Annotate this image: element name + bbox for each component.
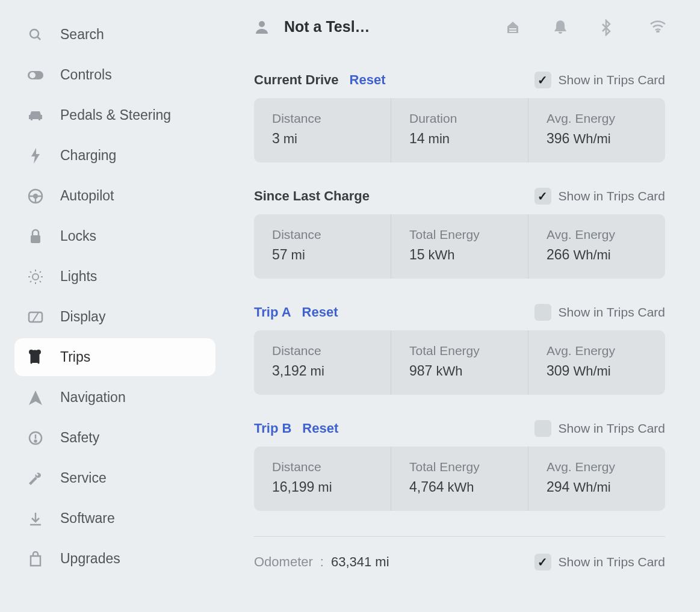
checkbox-icon[interactable] <box>534 72 551 88</box>
sidebar-item-service[interactable]: Service <box>14 459 215 497</box>
metric-value: 266 <box>547 247 569 263</box>
metric-value: 15 <box>409 247 425 263</box>
metric-total-energy: Total Energy 15 kWh <box>391 214 528 279</box>
metric-unit: Wh/mi <box>573 131 610 147</box>
sidebar-item-label: Display <box>60 309 105 325</box>
svg-line-15 <box>30 271 31 273</box>
svg-point-21 <box>37 350 40 353</box>
checkbox-icon[interactable] <box>534 304 551 321</box>
bolt-icon <box>28 148 43 164</box>
metric-label: Total Energy <box>409 344 510 358</box>
checkbox-icon[interactable] <box>534 554 551 570</box>
metric-value: 16,199 <box>272 479 314 495</box>
section-title: Since Last Charge <box>254 188 370 204</box>
lock-icon <box>28 229 43 244</box>
metric-unit: Wh/mi <box>573 247 610 263</box>
section-header: Trip A Reset Show in Trips Card <box>254 304 665 321</box>
reset-button[interactable]: Reset <box>350 72 386 88</box>
metric-label: Avg. Energy <box>547 227 647 242</box>
show-in-trips-toggle[interactable]: Show in Trips Card <box>534 420 665 437</box>
svg-rect-28 <box>509 28 516 29</box>
show-in-trips-toggle[interactable]: Show in Trips Card <box>534 554 665 570</box>
user-name: Not a Tesl… <box>284 18 370 36</box>
sidebar-item-label: Service <box>60 470 107 486</box>
bluetooth-icon[interactable] <box>601 19 617 35</box>
topbar-icons <box>505 19 665 35</box>
metric-value: 4,764 <box>409 479 444 495</box>
section-title[interactable]: Trip A <box>254 304 291 320</box>
metric-distance: Distance 3,192 mi <box>254 330 391 395</box>
sidebar-item-label: Trips <box>60 349 90 365</box>
metric-unit: kWh <box>429 247 455 263</box>
show-in-trips-toggle[interactable]: Show in Trips Card <box>534 188 665 205</box>
sidebar-item-lights[interactable]: Lights <box>14 258 215 295</box>
svg-point-30 <box>657 31 659 32</box>
metric-value: 57 <box>272 247 288 263</box>
sidebar-item-label: Lights <box>60 268 97 285</box>
sidebar-item-label: Charging <box>60 147 116 164</box>
sidebar-item-label: Controls <box>60 67 112 83</box>
show-in-trips-toggle[interactable]: Show in Trips Card <box>534 304 665 321</box>
section-title: Current Drive <box>254 72 339 88</box>
odometer-label: Odometer <box>254 554 313 570</box>
sidebar-item-pedals-steering[interactable]: Pedals & Steering <box>14 96 215 134</box>
topbar-user[interactable]: Not a Tesl… <box>254 18 370 36</box>
metric-unit: mi <box>283 131 297 147</box>
sidebar-item-locks[interactable]: Locks <box>14 217 215 255</box>
topbar: Not a Tesl… <box>254 18 665 36</box>
section-header: Current Drive Reset Show in Trips Card <box>254 72 665 88</box>
wifi-icon[interactable] <box>649 19 665 35</box>
metric-value: 3 <box>272 131 280 147</box>
metric-label: Distance <box>272 111 373 126</box>
metric-avg-energy: Avg. Energy 396 Wh/mi <box>528 98 665 162</box>
wrench-icon <box>28 471 43 486</box>
metric-avg-energy: Avg. Energy 266 Wh/mi <box>528 214 665 279</box>
reset-button[interactable]: Reset <box>302 304 338 320</box>
section-title[interactable]: Trip B <box>254 421 291 436</box>
metric-unit: mi <box>291 247 305 263</box>
display-icon <box>28 309 43 325</box>
metric-total-energy: Total Energy 987 kWh <box>391 330 528 395</box>
metric-label: Duration <box>409 111 510 126</box>
svg-line-1 <box>37 37 40 40</box>
metrics-card: Distance 3 mi Duration 14 min Avg. Energ… <box>254 98 665 162</box>
sidebar-item-autopilot[interactable]: Autopilot <box>14 177 215 215</box>
sidebar: Search Controls Pedals & Steering Chargi… <box>0 0 223 612</box>
metric-avg-energy: Avg. Energy 294 Wh/mi <box>528 447 665 511</box>
sidebar-item-charging[interactable]: Charging <box>14 137 215 175</box>
sidebar-item-label: Locks <box>60 228 96 244</box>
odometer-value: 63,341 mi <box>331 554 389 570</box>
sidebar-item-trips[interactable]: Trips <box>14 338 215 376</box>
sidebar-item-software[interactable]: Software <box>14 499 215 537</box>
sidebar-item-safety[interactable]: Safety <box>14 419 215 457</box>
metric-value: 396 <box>547 131 569 147</box>
sidebar-item-label: Navigation <box>60 389 126 406</box>
metrics-card: Distance 3,192 mi Total Energy 987 kWh A… <box>254 330 665 395</box>
user-icon <box>254 19 270 35</box>
reset-button[interactable]: Reset <box>302 421 338 436</box>
sidebar-item-search[interactable]: Search <box>14 16 215 54</box>
car-icon <box>28 108 43 123</box>
svg-point-5 <box>34 194 37 198</box>
svg-rect-9 <box>31 235 40 243</box>
odometer: Odometer : 63,341 mi <box>254 554 389 570</box>
light-icon <box>28 269 43 285</box>
sidebar-item-navigation[interactable]: Navigation <box>14 379 215 416</box>
section-current-drive: Current Drive Reset Show in Trips Card D… <box>254 72 665 162</box>
steering-wheel-icon <box>28 188 43 204</box>
sidebar-item-controls[interactable]: Controls <box>14 56 215 94</box>
metric-value: 14 <box>409 131 425 147</box>
sidebar-item-upgrades[interactable]: Upgrades <box>14 540 215 578</box>
metric-unit: mi <box>318 480 332 495</box>
bell-icon[interactable] <box>553 19 569 35</box>
safety-icon <box>28 430 43 446</box>
homelink-icon[interactable] <box>505 19 521 35</box>
sidebar-item-label: Search <box>60 26 104 43</box>
metric-distance: Distance 16,199 mi <box>254 447 391 511</box>
checkbox-icon[interactable] <box>534 188 551 205</box>
checkbox-icon[interactable] <box>534 420 551 437</box>
divider <box>254 536 665 537</box>
metric-label: Distance <box>272 227 373 242</box>
show-in-trips-toggle[interactable]: Show in Trips Card <box>534 72 665 88</box>
sidebar-item-display[interactable]: Display <box>14 298 215 336</box>
